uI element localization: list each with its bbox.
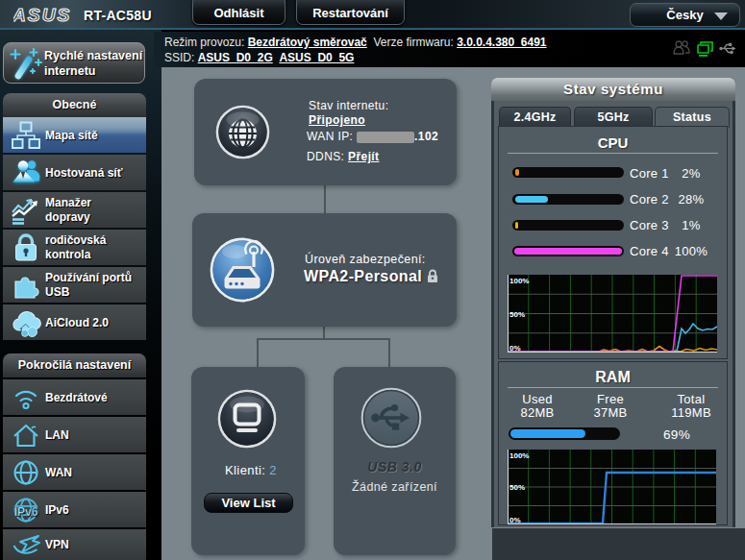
svg-text:0%: 0% [509,344,521,353]
svg-text:100%: 100% [509,277,529,285]
svg-text:IPv6: IPv6 [14,505,38,519]
svg-text:0%: 0% [509,516,521,524]
svg-text:50%: 50% [509,310,525,319]
svg-text:100%: 100% [509,451,529,460]
svg-text:ASUS: ASUS [13,8,71,23]
svg-text:50%: 50% [509,483,525,492]
